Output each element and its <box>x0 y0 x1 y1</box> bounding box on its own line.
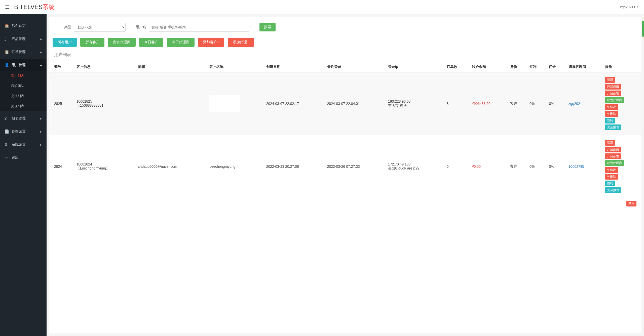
th-login-ip: 登录ip <box>386 62 444 72</box>
op-become-agent-button[interactable]: 成为代理商 <box>605 97 624 103</box>
table-cell: 2024-03-07 22:02:17 <box>264 72 325 135</box>
filter-bar: 类型 默认不选 用户名 搜索 <box>49 23 641 38</box>
sidebar-item[interactable]: ⚙系统设置▶ <box>0 139 47 150</box>
type-label: 类型 <box>64 25 71 29</box>
filter-buttons-row: 所有用户 所有客户 所有代理商 今日客户 今日代理商 添加客户+ 添加代理+ <box>49 38 641 52</box>
sidebar-label: 用户管理 <box>12 63 26 67</box>
sidebar-label: 报表管理 <box>12 116 26 121</box>
table-cell: 0 <box>444 135 469 198</box>
sidebar-item[interactable]: 📄参数设置▶ <box>0 126 47 137</box>
today-agents-button[interactable]: 今日代理商 <box>167 38 195 47</box>
op-disable-button[interactable]: 禁用 <box>605 140 615 146</box>
add-customer-button[interactable]: 添加客户+ <box>198 38 224 47</box>
all-customers-button[interactable]: 所有客户 <box>80 38 104 47</box>
today-customers-button[interactable]: 今日客户 <box>139 38 163 47</box>
sidebar-item[interactable]: 👤用户管理▶ <box>0 59 47 71</box>
add-agent-button[interactable]: 添加代理+ <box>228 38 254 47</box>
role-cell: 客户 <box>508 135 527 198</box>
sidebar-item[interactable]: 📋订单管理▶ <box>0 46 47 58</box>
sidebar-item[interactable]: ↪退出 <box>0 152 47 163</box>
th-role: 身份 <box>508 62 527 72</box>
sidebar-icon: ↪ <box>5 155 9 160</box>
sidebar-sub-item[interactable]: 提现列表 <box>0 101 47 111</box>
username-input[interactable] <box>149 23 249 32</box>
panel-title: 用户列表 <box>49 52 641 62</box>
sidebar-label: 订单管理 <box>12 50 26 54</box>
th-email: 邮箱 <box>135 62 207 72</box>
th-dividend: 红利 <box>527 62 546 72</box>
table-cell: 2024-03-07 22:04:01 <box>325 72 386 135</box>
all-users-button[interactable]: 所有用户 <box>53 38 77 47</box>
sidebar-icon: 👤 <box>5 63 9 67</box>
table-cell: 10002825 【15388888888】 <box>74 72 135 135</box>
op-open-lose-button[interactable]: 开启必输 <box>605 153 621 159</box>
sidebar-sub-item[interactable]: 客户列表 <box>0 71 47 81</box>
sidebar: 🏠后台首页₿产品管理▶📋订单管理▶👤用户管理▶客户列表我的团队充值列表提现列表¥… <box>0 14 47 336</box>
sidebar-item[interactable]: ¥报表管理▶ <box>0 113 47 124</box>
op-edit-button[interactable]: ✎ 修改 <box>605 104 618 110</box>
sidebar-item[interactable]: 🏠后台首页 <box>0 20 47 32</box>
ops-cell: 禁用 开启必赢 开启必输 成为代理商 ✎ 修改 ✎ 删除 签约 资金报表 <box>602 72 641 135</box>
op-sign-button[interactable]: 签约 <box>605 181 615 186</box>
table-cell: 8 <box>444 72 469 135</box>
op-disable-button[interactable]: 禁用 <box>605 77 615 83</box>
sidebar-sub-item[interactable]: 充值列表 <box>0 91 47 101</box>
op-funds-report-button[interactable]: 资金报表 <box>605 124 621 130</box>
pencil-icon: ✎ <box>607 112 609 115</box>
sidebar-icon: ⚙ <box>5 142 9 147</box>
sidebar-sub-item[interactable]: 我的团队 <box>0 81 47 91</box>
sidebar-label: 系统设置 <box>12 142 26 147</box>
sidebar-item[interactable]: ₿产品管理▶ <box>0 33 47 45</box>
search-button[interactable]: 搜索 <box>259 23 276 31</box>
balance-cell: ¥906483.50 <box>469 72 508 135</box>
th-orders: 订单数 <box>444 62 469 72</box>
chevron-right-icon: ▶ <box>40 64 42 67</box>
th-agent: 归属代理商 <box>566 62 602 72</box>
th-ops: 操作 <box>602 62 641 72</box>
table-cell: 0% <box>546 135 566 198</box>
sidebar-icon: 🏠 <box>5 24 9 28</box>
table-cell: Leechongmyung <box>207 135 264 198</box>
sidebar-label: 参数设置 <box>12 129 26 134</box>
chevron-right-icon: ▶ <box>40 51 42 54</box>
all-agents-button[interactable]: 所有代理商 <box>108 38 136 47</box>
op-open-win-button[interactable]: 开启必赢 <box>605 147 621 152</box>
th-created: 创建日期 <box>264 62 325 72</box>
th-info: 客户信息 <box>74 62 135 72</box>
op-become-agent-button[interactable]: 成为代理商 <box>605 160 624 166</box>
user-menu[interactable]: zgq20211 ▼ <box>620 5 639 9</box>
role-cell: 客户 <box>508 72 527 135</box>
sidebar-icon: ₿ <box>5 37 9 41</box>
hamburger-icon[interactable]: ☰ <box>5 4 10 10</box>
sidebar-label: 退出 <box>12 155 19 160</box>
chevron-right-icon: ▶ <box>40 117 42 120</box>
op-delete-button[interactable]: ✎ 删除 <box>605 174 618 180</box>
op-open-lose-button[interactable]: 开启必输 <box>605 91 621 96</box>
op-edit-button[interactable]: ✎ 修改 <box>605 167 618 173</box>
op-sign-button[interactable]: 签约 <box>605 118 615 123</box>
table-cell: 2825 <box>49 72 74 135</box>
pencil-icon: ✎ <box>607 175 609 178</box>
chevron-right-icon: ▶ <box>40 38 42 40</box>
sidebar-icon: 📄 <box>5 129 9 134</box>
table-cell: 2022-03-23 20:27:06 <box>264 135 325 198</box>
table-cell: 172.70.49.188 美国CloudFlare节点 <box>386 135 444 198</box>
th-commission: 佣金 <box>546 62 566 72</box>
op-open-win-button[interactable]: 开启必赢 <box>605 84 621 90</box>
type-select[interactable]: 默认不选 <box>74 23 126 32</box>
agent-link[interactable]: 10002785 <box>566 135 602 198</box>
brand-logo: BITELVES系统 <box>14 3 55 11</box>
sidebar-icon: ¥ <box>5 116 9 121</box>
op-funds-report-button[interactable]: 资金报表 <box>605 187 621 193</box>
scroll-indicator[interactable] <box>642 21 644 37</box>
sidebar-icon: 📋 <box>5 50 9 54</box>
chevron-right-icon: ▶ <box>40 130 42 133</box>
op-delete-button[interactable]: ✎ 删除 <box>605 111 618 117</box>
username-label: 用户名 <box>136 25 146 29</box>
table-cell: 2824 <box>49 135 74 198</box>
table-cell <box>135 72 207 135</box>
table-cell: 0% <box>527 72 546 135</box>
ops-cell: 禁用 开启必赢 开启必输 成为代理商 ✎ 修改 ✎ 删除 签约 资金报表 <box>602 135 641 198</box>
op-disable-button[interactable]: 禁用 <box>626 201 636 206</box>
agent-link[interactable]: zgq20211 <box>566 72 602 135</box>
